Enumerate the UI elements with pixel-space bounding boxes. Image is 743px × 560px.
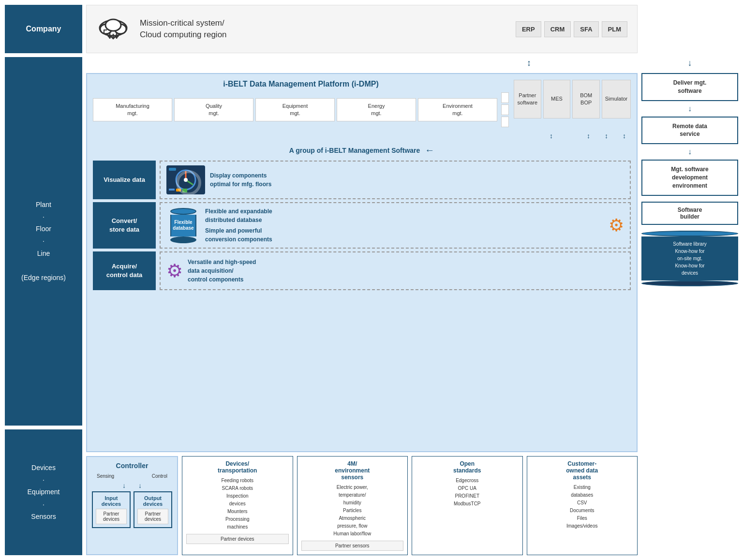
badge-crm: CRM <box>544 21 571 37</box>
open-standards-box: Open standards Edgecross OPC UA PROFINET… <box>412 456 523 555</box>
sensing-control-labels: Sensing Control <box>92 473 172 479</box>
ibelt-subtitle-text: A group of i-BELT Management Software <box>289 147 420 154</box>
acquire-content: ⚙ Versatile and high-speed data acquisit… <box>160 251 631 290</box>
company-label: Company <box>26 25 61 33</box>
bidir-arrow-3: ↕ <box>605 132 608 140</box>
ibelt-subtitle: A group of i-BELT Management Software ← <box>93 145 631 156</box>
plant-box: Plant · Floor · Line (Edge regions) <box>5 57 82 426</box>
function-row-acquire: Acquire/ control data ⚙ Versatile and hi… <box>93 251 631 290</box>
function-row-visualize: Visualize data <box>93 161 631 199</box>
module-quality: Quality mgt. <box>174 98 253 122</box>
left-sidebar: Company Plant · Floor · Line (Edge regio… <box>5 5 82 555</box>
open-standards-items: Edgecross OPC UA PROFINET ModbusTCP <box>416 477 519 508</box>
cloud-title: Mission-critical system/ Cloud computing… <box>140 17 506 41</box>
input-devices-box: Input devices Partner devices <box>92 491 131 528</box>
data-source-boxes: Devices/ transportation Feeding robots S… <box>182 456 638 555</box>
acquire-desc: Versatile and high-speed data acquisitio… <box>188 258 256 284</box>
customer-data-box: Customer- owned data assets Existing dat… <box>527 456 638 555</box>
remote-label: Remote data service <box>672 123 707 138</box>
arrow-left-subtitle: ← <box>425 145 434 156</box>
deliver-software-box: Deliver mgt. software <box>641 73 738 101</box>
visualize-desc: Display components optimal for mfg. floo… <box>210 171 271 189</box>
arrow-right-top: ↓ <box>641 58 738 68</box>
sensors-box: 4M/ environment sensors Electric power, … <box>297 456 408 555</box>
input-partner-devices: Partner devices <box>96 509 127 524</box>
gear-purple-icon: ⚙ <box>166 260 183 281</box>
sensors-partner: Partner sensors <box>301 541 404 551</box>
bidir-arrow-4: ↕ <box>623 132 626 140</box>
bom-box: BOM BOP <box>572 80 600 118</box>
ibelt-title: i-BELT Data Management Platform (i-DMP) <box>93 80 509 88</box>
controller-title: Controller <box>92 462 172 470</box>
devices-transport-items: Feeding robots SCARA robots Inspection d… <box>186 477 289 531</box>
company-box: Company <box>5 5 82 53</box>
input-devices-title: Input devices <box>96 495 127 507</box>
arrow-cloud-down: ↕ <box>86 58 638 68</box>
module-manufacturing: Manufacturing mgt. <box>93 98 172 122</box>
cloud-section: Mission-critical system/ Cloud computing… <box>86 5 638 53</box>
sensors-title: 4M/ environment sensors <box>301 460 404 481</box>
svg-rect-8 <box>169 189 175 191</box>
devices-transport-title: Devices/ transportation <box>186 460 289 474</box>
svg-point-6 <box>184 178 188 182</box>
software-library: Software library Know-how for on-site mg… <box>641 231 738 286</box>
svg-point-3 <box>105 19 121 31</box>
convert-desc: Flexible and expandable distributed data… <box>205 207 272 244</box>
controller-box: Controller Sensing Control ↓ ↓ Input dev… <box>86 456 178 555</box>
software-library-label: Software library Know-how for on-site mg… <box>646 240 733 277</box>
customer-data-items: Existing databases CSV Documents Files I… <box>531 484 634 530</box>
svg-rect-7 <box>169 168 176 171</box>
output-devices-title: Output devices <box>137 495 168 507</box>
function-row-convert: Convert/ store data Flexibledatabase Fle… <box>93 202 631 249</box>
control-label: Control <box>152 473 167 479</box>
remote-service-box: Remote data service <box>641 117 738 145</box>
devices-label: Devices · Equipment · Sensors <box>28 462 60 523</box>
badge-plm: PLM <box>602 21 627 37</box>
badge-erp: ERP <box>516 21 541 37</box>
bidir-arrow-1: ↕ <box>550 132 553 140</box>
devices-transport-box: Devices/ transportation Feeding robots S… <box>182 456 293 555</box>
mes-box: MES <box>543 80 571 118</box>
svg-rect-9 <box>176 189 181 192</box>
deliver-label: Deliver mgt. software <box>673 79 707 94</box>
gear-orange-icon: ⚙ <box>609 215 624 236</box>
dashboard-thumbnail <box>166 165 205 194</box>
output-partner-devices: Partner devices <box>137 509 168 524</box>
module-energy: Energy mgt. <box>337 98 416 122</box>
bottom-section: Controller Sensing Control ↓ ↓ Input dev… <box>86 456 638 555</box>
database-icon: Flexibledatabase <box>166 208 200 243</box>
open-standards-title: Open standards <box>416 460 519 474</box>
simulator-box: Simulator <box>602 80 631 118</box>
module-equipment: Equipment mgt. <box>255 98 335 122</box>
partner-software-box: Partner software <box>514 80 541 118</box>
software-builder-label: Software builder <box>678 206 702 220</box>
input-output-boxes: Input devices Partner devices Output dev… <box>92 491 172 528</box>
right-sidebar: ↓ Deliver mgt. software ↓ Remote data se… <box>641 5 738 555</box>
svg-point-5 <box>176 170 195 190</box>
arrow-remote-mgt: ↓ <box>641 148 738 156</box>
arrow-deliver-remote: ↓ <box>641 105 738 113</box>
devices-transport-partner: Partner devices <box>186 534 289 544</box>
function-rows: Visualize data <box>93 161 631 290</box>
visualize-label: Visualize data <box>93 161 156 199</box>
main-content: Mission-critical system/ Cloud computing… <box>82 5 641 555</box>
convert-content: Flexibledatabase Flexible and expandable… <box>160 202 631 249</box>
devices-box: Devices · Equipment · Sensors <box>5 429 82 555</box>
sensors-items: Electric power, temperature/ humidity Pa… <box>301 484 404 538</box>
badge-sfa: SFA <box>574 21 598 37</box>
top-badges: ERP CRM SFA PLM <box>516 21 627 37</box>
output-devices-box: Output devices Partner devices <box>134 491 172 528</box>
customer-data-title: Customer- owned data assets <box>531 460 634 481</box>
plant-label: Plant · Floor · Line (Edge regions) <box>21 199 66 284</box>
software-builder-box: Software builder <box>641 202 738 225</box>
mgt-dev-label: Mgt. software development environment <box>671 166 708 189</box>
ibelt-section: i-BELT Data Management Platform (i-DMP) … <box>86 73 638 452</box>
mgt-dev-box: Mgt. software development environment <box>641 160 738 195</box>
visualize-content: Display components optimal for mfg. floo… <box>160 161 631 199</box>
module-environment: Environment mgt. <box>418 98 497 122</box>
acquire-label: Acquire/ control data <box>93 251 156 290</box>
cloud-icon <box>96 14 130 45</box>
svg-rect-10 <box>182 189 187 192</box>
bidir-arrow-2: ↕ <box>587 132 590 140</box>
sensing-label: Sensing <box>97 473 114 479</box>
